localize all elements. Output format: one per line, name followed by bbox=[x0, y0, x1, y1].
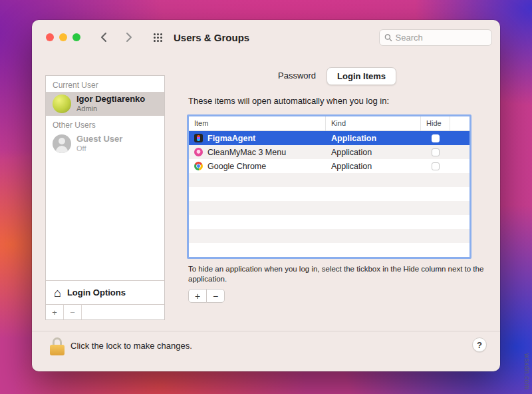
login-options-label: Login Options bbox=[67, 288, 126, 297]
table-row[interactable]: FigmaAgent Application bbox=[189, 131, 469, 145]
guest-user-name: Guest User bbox=[76, 134, 122, 144]
search-input[interactable] bbox=[396, 33, 487, 43]
lock-message: Click the lock to make changes. bbox=[70, 341, 192, 351]
back-button[interactable] bbox=[98, 31, 110, 44]
traffic-lights bbox=[46, 33, 80, 41]
sidebar-item-guest-user[interactable]: Guest User Off bbox=[46, 132, 164, 156]
guest-user-status: Off bbox=[76, 144, 122, 153]
tab-bar: Password Login Items bbox=[165, 67, 500, 85]
tab-password[interactable]: Password bbox=[269, 67, 325, 85]
remove-login-item-button[interactable]: − bbox=[206, 289, 225, 303]
chevron-left-icon bbox=[100, 32, 107, 43]
current-user-role: Admin bbox=[76, 104, 145, 113]
chrome-app-icon bbox=[194, 162, 203, 170]
table-row[interactable]: Google Chrome Application bbox=[189, 159, 469, 173]
lock-icon[interactable] bbox=[50, 337, 65, 355]
titlebar: Users & Groups bbox=[32, 20, 500, 55]
column-header-blank bbox=[450, 116, 469, 130]
item-name: FigmaAgent bbox=[207, 134, 255, 143]
search-field[interactable] bbox=[379, 29, 492, 46]
show-all-button[interactable] bbox=[151, 31, 164, 44]
footer: Click the lock to make changes. ? bbox=[32, 331, 500, 371]
guest-user-avatar bbox=[53, 134, 71, 153]
login-items-description: These items will open automatically when… bbox=[188, 96, 389, 106]
tab-login-items[interactable]: Login Items bbox=[327, 67, 396, 85]
users-groups-window: Users & Groups Current User Igor Degtiar… bbox=[32, 20, 500, 371]
hide-checkbox[interactable] bbox=[432, 134, 440, 142]
grid-icon bbox=[153, 33, 163, 43]
current-user-avatar bbox=[53, 95, 71, 113]
login-items-table: Item Kind Hide FigmaAgent Application Cl… bbox=[187, 114, 471, 259]
search-icon bbox=[384, 33, 392, 42]
chevron-right-icon bbox=[126, 32, 132, 43]
figma-app-icon bbox=[194, 134, 203, 142]
current-user-label: Current User bbox=[46, 76, 164, 92]
item-kind: Application bbox=[326, 162, 421, 171]
table-row[interactable]: CleanMyMac 3 Menu Application bbox=[189, 145, 469, 159]
close-button[interactable] bbox=[46, 33, 54, 41]
sidebar-item-current-user[interactable]: Igor Degtiarenko Admin bbox=[46, 92, 164, 116]
sidebar-user-actions: + − bbox=[46, 304, 164, 319]
item-name: CleanMyMac 3 Menu bbox=[207, 148, 286, 157]
watermark: wsxdn.com bbox=[523, 353, 531, 390]
column-header-hide[interactable]: Hide bbox=[421, 116, 450, 130]
item-name: Google Chrome bbox=[207, 162, 266, 171]
current-user-name: Igor Degtiarenko bbox=[76, 95, 145, 104]
login-options-button[interactable]: ⌂ Login Options bbox=[46, 280, 164, 304]
item-kind: Application bbox=[326, 148, 421, 157]
home-icon: ⌂ bbox=[54, 287, 61, 299]
hide-checkbox[interactable] bbox=[432, 148, 440, 156]
table-body: FigmaAgent Application CleanMyMac 3 Menu… bbox=[189, 131, 469, 257]
login-item-actions: + − bbox=[188, 289, 225, 303]
column-header-kind[interactable]: Kind bbox=[326, 116, 421, 130]
column-header-item[interactable]: Item bbox=[189, 116, 326, 130]
cleanmymac-app-icon bbox=[194, 148, 203, 156]
zoom-button[interactable] bbox=[72, 33, 80, 41]
table-header: Item Kind Hide bbox=[189, 116, 469, 131]
other-users-label: Other Users bbox=[46, 116, 164, 132]
minimize-button[interactable] bbox=[59, 33, 67, 41]
add-user-button[interactable]: + bbox=[46, 305, 64, 319]
add-login-item-button[interactable]: + bbox=[188, 289, 207, 303]
window-title: Users & Groups bbox=[174, 32, 249, 43]
hide-column-hint: To hide an application when you log in, … bbox=[188, 264, 489, 285]
help-button[interactable]: ? bbox=[472, 337, 487, 352]
item-kind: Application bbox=[326, 134, 421, 143]
hide-checkbox[interactable] bbox=[432, 162, 440, 170]
user-list-sidebar: Current User Igor Degtiarenko Admin Othe… bbox=[45, 75, 165, 320]
remove-user-button[interactable]: − bbox=[64, 305, 82, 319]
forward-button[interactable] bbox=[123, 31, 135, 44]
